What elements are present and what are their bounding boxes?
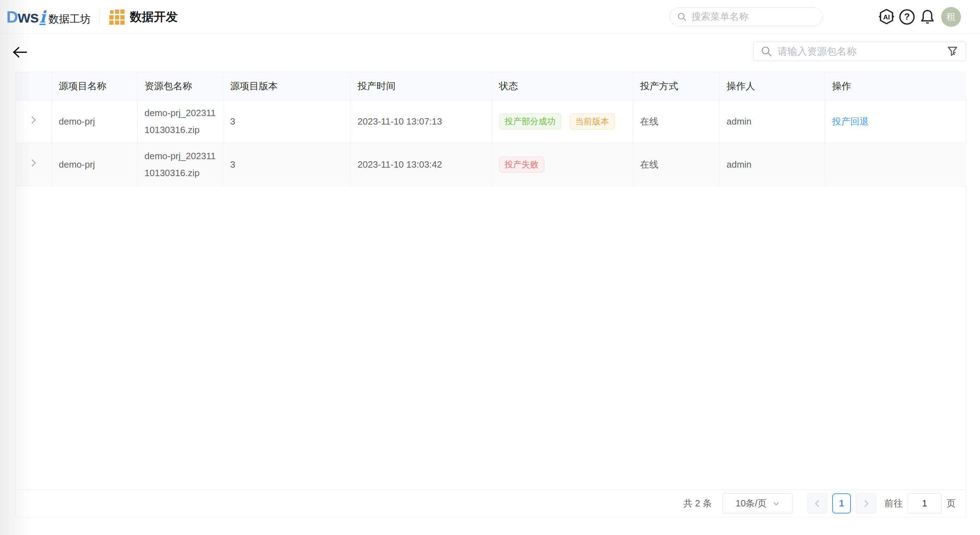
cell-version: 3 <box>223 143 350 186</box>
expand-row-icon[interactable] <box>29 113 38 130</box>
chevron-left-icon <box>813 499 822 508</box>
current-version-badge: 当前版本 <box>570 114 615 129</box>
filter-funnel-icon <box>947 46 958 57</box>
filter-button[interactable] <box>947 46 958 57</box>
goto-page-label: 前往 <box>885 497 903 510</box>
cell-package: demo-prj_20231110130316.zip <box>137 143 223 186</box>
page-size-select[interactable]: 10条/页 <box>722 494 793 513</box>
page-size-value: 10条/页 <box>735 497 767 510</box>
search-icon <box>677 11 687 22</box>
svg-text:?: ? <box>904 11 910 22</box>
col-operator: 操作人 <box>719 72 825 100</box>
cell-operator: admin <box>719 100 825 143</box>
search-icon <box>760 46 773 57</box>
top-navbar: D ws i 数据工坊 数据开发 <box>0 0 980 34</box>
page-title: 数据开发 <box>130 9 178 25</box>
app-screen: D ws i 数据工坊 数据开发 <box>0 0 980 535</box>
table-row: demo-prj demo-prj_20231110130316.zip 3 2… <box>16 100 966 143</box>
svg-text:AI: AI <box>883 13 890 21</box>
col-action: 操作 <box>825 72 966 100</box>
chevron-down-icon <box>772 500 780 508</box>
chevron-right-icon <box>862 499 870 508</box>
cell-project: demo-prj <box>51 143 137 186</box>
ai-assistant-button[interactable]: AI <box>876 7 897 27</box>
waffle-menu-icon[interactable] <box>109 9 125 25</box>
goto-page-input[interactable] <box>908 494 942 513</box>
current-page-button[interactable]: 1 <box>832 494 851 513</box>
status-badges: 投产失败 <box>499 157 626 173</box>
notifications-button[interactable] <box>917 7 938 27</box>
col-version: 源项目版本 <box>223 72 350 100</box>
rollback-action-link[interactable]: 投产回退 <box>832 116 869 127</box>
page-unit-label: 页 <box>947 497 956 510</box>
navbar-actions: AI ? 租 <box>876 7 961 27</box>
cell-operator: admin <box>719 143 825 186</box>
cell-time: 2023-11-10 13:03:42 <box>350 143 492 186</box>
back-button[interactable] <box>9 41 30 63</box>
expand-row-icon[interactable] <box>29 156 38 173</box>
page-toolbar <box>0 34 980 72</box>
cell-mode: 在线 <box>633 143 719 186</box>
col-package: 资源包名称 <box>137 72 223 100</box>
cell-version: 3 <box>223 100 350 143</box>
package-search-input[interactable] <box>778 46 947 57</box>
logo-letter-d: D <box>6 7 18 27</box>
table-empty-area <box>16 186 966 490</box>
prev-page-button[interactable] <box>807 494 827 513</box>
deploy-records-table: 源项目名称 资源包名称 源项目版本 投产时间 状态 投产方式 操作人 操作 <box>16 72 966 186</box>
pagination-bar: 共 2 条 10条/页 1 前往 页 <box>16 489 966 517</box>
col-time: 投产时间 <box>350 72 492 100</box>
avatar-text: 租 <box>947 11 956 23</box>
cell-mode: 在线 <box>633 100 719 143</box>
status-badge: 投产失败 <box>499 157 544 173</box>
module-header: 数据开发 <box>109 9 178 25</box>
notifications-bell-icon <box>918 8 937 26</box>
status-badges: 投产部分成功 当前版本 <box>499 114 626 129</box>
product-name: 数据工坊 <box>48 12 91 27</box>
help-button[interactable]: ? <box>897 7 917 27</box>
logo-letters-ws: ws <box>18 7 38 27</box>
logo-letter-i: i <box>40 7 46 27</box>
cell-time: 2023-11-10 13:07:13 <box>350 100 492 143</box>
cell-package: demo-prj_20231110130316.zip <box>137 100 223 143</box>
product-logo[interactable]: D ws i 数据工坊 <box>6 7 91 27</box>
table-row: demo-prj demo-prj_20231110130316.zip 3 2… <box>16 143 966 186</box>
status-badge: 投产部分成功 <box>499 114 561 129</box>
col-status: 状态 <box>492 72 633 100</box>
package-search-box <box>753 41 966 61</box>
cell-project: demo-prj <box>51 100 137 143</box>
deploy-records-card: 源项目名称 资源包名称 源项目版本 投产时间 状态 投产方式 操作人 操作 <box>16 72 966 517</box>
total-count-label: 共 2 条 <box>683 497 712 510</box>
col-project: 源项目名称 <box>51 72 137 100</box>
avatar[interactable]: 租 <box>941 7 961 27</box>
help-icon: ? <box>898 8 916 26</box>
next-page-button[interactable] <box>856 494 876 513</box>
menu-search-input[interactable] <box>691 11 815 22</box>
col-expand <box>16 72 51 100</box>
back-arrow-icon <box>12 45 28 59</box>
col-mode: 投产方式 <box>633 72 719 100</box>
table-header-row: 源项目名称 资源包名称 源项目版本 投产时间 状态 投产方式 操作人 操作 <box>16 72 966 100</box>
menu-search-box <box>670 7 822 26</box>
ai-assistant-icon: AI <box>877 8 896 26</box>
